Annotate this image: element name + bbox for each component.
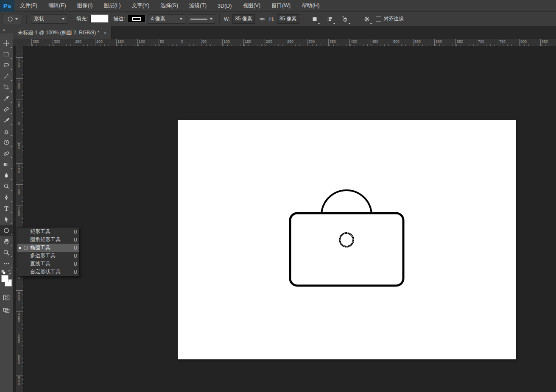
menu-window[interactable]: 窗口(W) [266,0,296,12]
path-alignment-button[interactable] [324,14,336,25]
dodge-tool[interactable] [0,181,13,192]
vertical-ruler[interactable]: 1 5 01 0 05 005 01 0 01 5 02 0 02 5 03 0… [16,46,24,392]
tool-preset-picker[interactable] [3,14,22,24]
eraser-tool[interactable] [0,148,13,159]
menu-layer[interactable]: 图层(L) [98,0,126,12]
move-tool[interactable] [0,38,13,49]
ruler-tick [70,44,71,46]
flyout-corner-icon [11,179,12,180]
ruler-tick [22,286,23,286]
stroke-width-combo[interactable]: 4 像素 [148,14,185,24]
flyout-item-椭圆工具[interactable]: 椭圆工具U [17,244,79,252]
menu-threed[interactable]: 3D(D) [212,0,237,12]
canvas-area[interactable] [13,46,556,392]
zoom-tool[interactable] [0,247,13,258]
fill-label: 填充: [76,15,88,22]
dodge-tool-icon [3,183,10,190]
menu-select[interactable]: 选择(S) [155,0,184,12]
menu-type[interactable]: 文字(Y) [126,0,155,12]
default-colors-icon[interactable] [1,270,6,275]
ruler-tick [507,44,508,46]
menu-help[interactable]: 帮助(H) [296,0,325,12]
history-brush-tool[interactable] [0,137,13,148]
flyout-item-直线工具[interactable]: 直线工具U [17,260,79,268]
gradient-tool[interactable] [0,159,13,170]
ruler-tick [22,295,23,295]
spot-healing-brush-tool[interactable] [0,104,13,115]
flyout-item-圆角矩形工具[interactable]: 圆角矩形工具U [17,236,79,244]
edit-toolbar-ellipsis[interactable] [0,258,13,269]
menu-image[interactable]: 图像(I) [72,0,98,12]
ruler-label: 1 0 0 [18,164,20,174]
stroke-color-swatch[interactable] [128,15,145,23]
ruler-tick [287,44,287,46]
menu-edit[interactable]: 编辑(E) [43,0,72,12]
document-page[interactable] [178,120,516,359]
align-edges-checkbox[interactable] [376,16,381,22]
clone-stamp-tool[interactable] [0,126,13,137]
path-operations-button[interactable] [308,14,321,25]
ruler-tick [172,44,173,46]
chevron-down-icon [210,18,212,20]
pen-tool[interactable] [0,192,13,203]
collapse-panel-button[interactable]: » [0,26,13,33]
flyout-item-多边形工具[interactable]: 多边形工具U [17,252,79,260]
ruler-tick [22,337,23,337]
pen-tool-icon [3,194,10,201]
ruler-tick [355,44,355,46]
menu-file[interactable]: 文件(F) [14,0,43,12]
ruler-tick [291,44,291,46]
panel-grip[interactable]: :::: [5,33,8,38]
chevron-down-icon [370,23,372,24]
ruler-tick [312,44,313,46]
menu-bar: Ps 文件(F)编辑(E)图像(I)图层(L)文字(Y)选择(S)滤镜(T)3D… [0,0,556,12]
keyhole-circle-shape [340,233,353,247]
link-dimensions-button[interactable] [257,14,267,25]
flyout-corner-icon [11,80,12,81]
ruler-label: 1 0 0 [18,80,20,89]
tool-mode-select[interactable]: 形状 [31,14,67,24]
ruler-label: 650 [457,39,463,44]
flyout-item-矩形工具[interactable]: 矩形工具U [17,228,79,236]
ruler-label: 100 [224,39,230,44]
flyout-item-自定形状工具[interactable]: 自定形状工具U [17,268,79,276]
ruler-tick [541,44,542,46]
shape-settings-button[interactable] [360,14,373,25]
swap-colors-icon[interactable] [7,270,12,275]
ellipse-tool[interactable] [0,225,13,236]
flyout-item-label: 自定形状工具 [30,268,71,275]
menu-view[interactable]: 视图(V) [237,0,266,12]
type-tool[interactable] [0,203,13,214]
eraser-tool-icon [3,150,10,157]
rectangular-marquee-tool[interactable] [0,49,13,60]
crop-tool[interactable] [0,82,13,93]
foreground-color-swatch[interactable] [1,275,8,282]
path-arrange-button[interactable] [339,14,352,25]
brush-tool[interactable] [0,115,13,126]
ruler-tick [482,44,482,46]
ruler-label: 100 [139,39,145,44]
blur-tool[interactable] [0,170,13,181]
quick-mask-button[interactable] [0,292,13,303]
quick-selection-tool[interactable] [0,71,13,82]
ruler-tick [410,44,410,46]
shape-height-field[interactable]: 35 像素 [277,14,299,24]
lasso-tool[interactable] [0,60,13,71]
hand-tool[interactable] [0,236,13,247]
fill-color-swatch[interactable] [90,15,108,23]
eyedropper-tool[interactable] [0,93,13,104]
gradient-tool-icon [3,161,10,168]
ruler-tick [22,53,23,53]
flyout-corner-icon [11,146,12,147]
menu-filter[interactable]: 滤镜(T) [184,0,212,12]
path-selection-tool[interactable] [0,214,13,225]
horizontal-ruler[interactable]: 3503002502001501005005010015020025030035… [13,39,556,46]
ruler-tick [240,44,240,46]
ruler-major-tick [243,39,244,46]
shape-width-field[interactable]: 35 像素 [232,14,255,24]
tools-list [0,38,13,269]
document-tab[interactable]: 未标题-1 @ 100% (椭圆 2, RGB/8) * × [13,26,112,39]
screen-mode-button[interactable] [0,305,13,316]
close-tab-icon[interactable]: × [103,30,107,36]
stroke-style-picker[interactable] [188,14,215,24]
